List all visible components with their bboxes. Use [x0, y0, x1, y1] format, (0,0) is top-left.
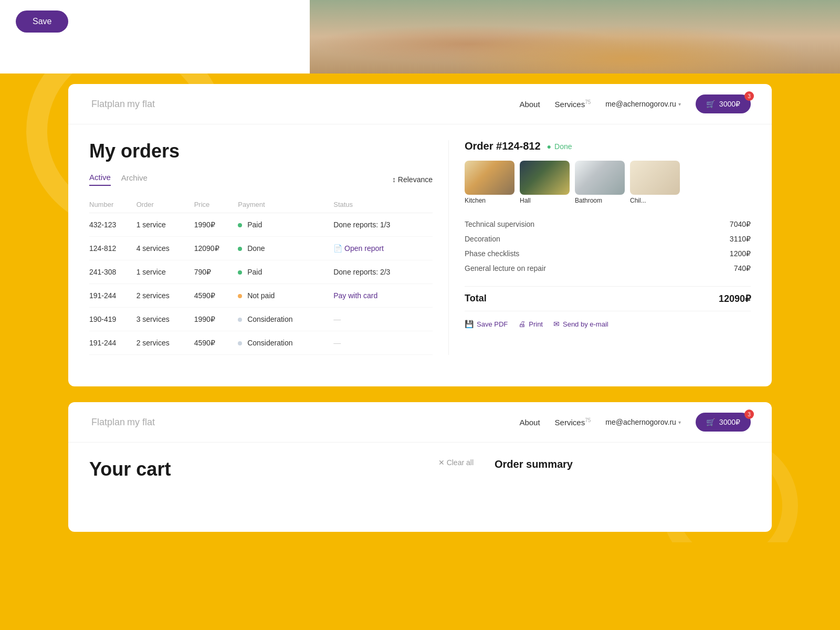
status-cell: —: [333, 308, 433, 331]
table-row[interactable]: 432-123 1 service 1990₽ Paid Done report…: [89, 213, 433, 237]
room-name: Bathroom: [575, 197, 625, 204]
top-right-image: [310, 0, 840, 74]
order-price-cell: 1990₽: [194, 213, 238, 237]
order-services-cell: 3 services: [136, 308, 194, 331]
clear-all-button[interactable]: ✕ Clear all: [438, 458, 474, 467]
tab-active[interactable]: Active: [89, 173, 111, 186]
orders-tbody: 432-123 1 service 1990₽ Paid Done report…: [89, 213, 433, 355]
col-number: Number: [89, 196, 136, 213]
cart-badge: 3: [744, 91, 754, 101]
table-row[interactable]: 241-308 1 service 790₽ Paid Done reports…: [89, 260, 433, 284]
cart-badge-2: 3: [744, 410, 754, 419]
cart-nav-links: About Services75 me@achernogorov.ru ▾ 🛒 …: [519, 413, 751, 432]
send-email-label: Send by e-mail: [563, 320, 608, 328]
orders-table: Number Order Price Payment Status 432-12…: [89, 196, 433, 355]
room-img-hall: [520, 161, 570, 195]
send-email-button[interactable]: ✉ Send by e-mail: [553, 320, 608, 328]
nav-services[interactable]: Services75: [555, 99, 591, 109]
cart-button[interactable]: 🛒 3000₽ 3: [696, 94, 751, 113]
order-price-cell: 1990₽: [194, 308, 238, 331]
table-row[interactable]: 191-244 2 services 4590₽ Not paid Pay wi…: [89, 284, 433, 308]
service-price: 7040₽: [730, 220, 751, 228]
brand-logo[interactable]: Flatplanmy flat: [89, 99, 155, 110]
cart-icon: 🛒: [706, 100, 715, 108]
status-cell: Done reports: 2/3: [333, 260, 433, 284]
status-dash: —: [333, 339, 341, 347]
orders-title: My orders: [89, 140, 433, 162]
payment-dot: [238, 341, 242, 345]
order-price-cell: 790₽: [194, 260, 238, 284]
payment-status-text: Not paid: [247, 291, 275, 300]
order-number-cell: 124-812: [89, 237, 136, 260]
cart-nav-services[interactable]: Services75: [555, 417, 591, 427]
nav-services-count: 75: [585, 99, 591, 105]
status-cell[interactable]: Pay with card: [333, 284, 433, 308]
service-name: General lecture on repair: [465, 264, 546, 272]
bottom-padding: [0, 542, 840, 553]
table-row[interactable]: 191-244 2 services 4590₽ Consideration —: [89, 331, 433, 355]
tab-archive[interactable]: Archive: [121, 173, 148, 185]
cart-title: Your cart: [89, 458, 171, 480]
save-button[interactable]: Save: [16, 10, 68, 33]
user-email: me@achernogorov.ru: [605, 100, 676, 108]
yellow-background: Flatplanmy flat About Services75 me@ache…: [0, 74, 840, 542]
room-name: Chil...: [630, 197, 680, 204]
cart-brand-logo[interactable]: Flatplanmy flat: [89, 417, 155, 428]
print-icon: 🖨: [518, 320, 526, 328]
nav-user[interactable]: me@achernogorov.ru ▾: [605, 100, 681, 108]
cart-nav-about[interactable]: About: [519, 418, 540, 427]
room-name: Hall: [520, 197, 570, 204]
cart-brand-name: Flatplan: [91, 417, 125, 427]
status-dot-icon: ●: [547, 142, 551, 151]
status-cell: —: [333, 331, 433, 355]
service-row: Phase checklists 1200₽: [465, 246, 751, 261]
room-img-box: [575, 161, 625, 195]
order-payment-cell: Paid: [238, 213, 333, 237]
order-services-cell: 4 services: [136, 237, 194, 260]
cart-nav-user[interactable]: me@achernogorov.ru ▾: [605, 418, 681, 426]
service-row: Technical supervision 7040₽: [465, 217, 751, 232]
service-name: Technical supervision: [465, 220, 534, 228]
room-img-box: [630, 161, 680, 195]
status-label: Done: [554, 142, 572, 151]
room-image-item: Kitchen: [465, 161, 514, 204]
save-pdf-button[interactable]: 💾 Save PDF: [465, 320, 508, 328]
pay-card-link[interactable]: Pay with card: [333, 291, 377, 300]
order-services-cell: 1 service: [136, 260, 194, 284]
payment-status-text: Paid: [247, 268, 262, 276]
room-image-item: Hall: [520, 161, 570, 204]
total-label: Total: [465, 293, 487, 304]
cart-button-2[interactable]: 🛒 3000₽ 3: [696, 413, 751, 432]
order-number-cell: 241-308: [89, 260, 136, 284]
payment-dot: [238, 247, 242, 251]
order-price-cell: 12090₽: [194, 237, 238, 260]
total-row: Total 12090₽: [465, 286, 751, 311]
order-number-cell: 191-244: [89, 284, 136, 308]
service-name: Decoration: [465, 235, 500, 243]
order-services-cell: 1 service: [136, 213, 194, 237]
room-img-kitchen: [465, 161, 514, 195]
order-status: ● Done: [547, 142, 572, 151]
brand-subtitle: my flat: [127, 99, 155, 109]
table-row[interactable]: 190-419 3 services 1990₽ Consideration —: [89, 308, 433, 331]
order-number-cell: 191-244: [89, 331, 136, 355]
status-cell[interactable]: 📄 Open report: [333, 237, 433, 260]
order-price-cell: 4590₽: [194, 331, 238, 355]
open-report-link[interactable]: 📄 Open report: [333, 244, 433, 253]
print-button[interactable]: 🖨 Print: [518, 320, 543, 328]
order-payment-cell: Not paid: [238, 284, 333, 308]
orders-column: My orders Active Archive ↕ Relevance Num…: [89, 140, 433, 355]
room-img-child: [630, 161, 680, 195]
nav-about[interactable]: About: [519, 100, 540, 109]
cart-amount-2: 3000₽: [719, 418, 740, 426]
room-img-box: [520, 161, 570, 195]
col-status: Status: [333, 196, 433, 213]
table-row[interactable]: 124-812 4 services 12090₽ Done 📄 Open re…: [89, 237, 433, 260]
col-payment: Payment: [238, 196, 333, 213]
nav-links: About Services75 me@achernogorov.ru ▾ 🛒 …: [519, 94, 751, 113]
order-services-cell: 2 services: [136, 284, 194, 308]
tab-relevance[interactable]: ↕ Relevance: [392, 175, 433, 184]
order-price-cell: 4590₽: [194, 284, 238, 308]
save-pdf-label: Save PDF: [477, 320, 508, 328]
cart-user-email: me@achernogorov.ru: [605, 418, 676, 426]
